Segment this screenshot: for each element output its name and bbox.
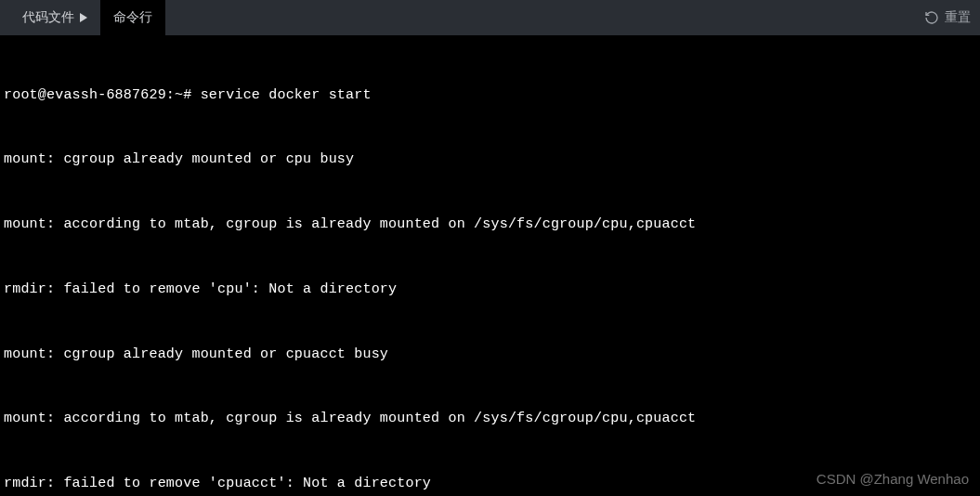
tabbar-right: 重置 xyxy=(924,9,971,26)
reset-label[interactable]: 重置 xyxy=(945,9,971,26)
terminal-line: mount: according to mtab, cgroup is alre… xyxy=(4,214,976,235)
terminal-line: rmdir: failed to remove 'cpuacct': Not a… xyxy=(4,473,976,494)
terminal-output[interactable]: root@evassh-6887629:~# service docker st… xyxy=(0,35,980,496)
terminal-line: mount: cgroup already mounted or cpuacct… xyxy=(4,344,976,365)
tab-commandline-label: 命令行 xyxy=(113,9,152,26)
tab-bar: 代码文件 命令行 重置 xyxy=(0,0,980,35)
reset-icon[interactable] xyxy=(924,10,939,25)
tab-code-files-label: 代码文件 xyxy=(22,9,74,26)
terminal-line: rmdir: failed to remove 'cpu': Not a dir… xyxy=(4,279,976,300)
terminal-line: mount: cgroup already mounted or cpu bus… xyxy=(4,149,976,170)
tab-commandline[interactable]: 命令行 xyxy=(100,0,165,35)
terminal-line: mount: according to mtab, cgroup is alre… xyxy=(4,408,976,429)
terminal-line: root@evassh-6887629:~# service docker st… xyxy=(4,85,976,106)
play-icon xyxy=(80,13,87,22)
tab-code-files[interactable]: 代码文件 xyxy=(9,0,100,35)
